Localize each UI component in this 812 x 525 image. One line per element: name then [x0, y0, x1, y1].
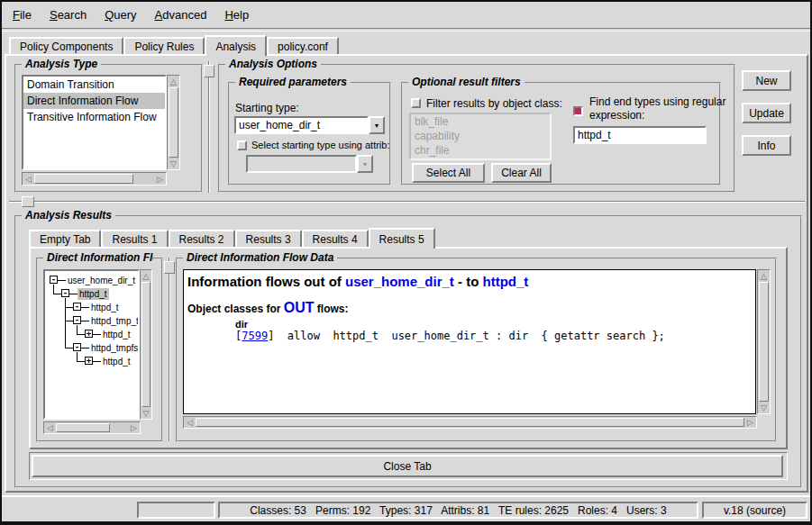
scroll-down-icon[interactable]: ▽ — [168, 158, 179, 169]
regex-input[interactable]: httpd_t — [573, 126, 707, 144]
info-button-label: Info — [757, 140, 775, 152]
rule-number-link[interactable]: 7599 — [242, 330, 268, 342]
starting-type-value[interactable]: user_home_dir_t — [234, 116, 369, 134]
scroll-left-icon[interactable]: ◁ — [184, 417, 196, 428]
analysis-type-item-domain-transition[interactable]: Domain Transition — [23, 77, 165, 93]
tab-label: policy.conf — [278, 41, 328, 53]
starting-type-combobox[interactable]: user_home_dir_t ▼ — [234, 116, 385, 134]
classes-prefix: Object classes for — [187, 303, 284, 315]
analysis-type-vscrollbar[interactable]: △ ▽ — [167, 75, 180, 170]
regex-checkbox[interactable] — [573, 106, 583, 116]
close-tab-button[interactable]: Close Tab — [32, 455, 783, 477]
scrollbar-thumb[interactable] — [169, 87, 178, 158]
dropdown-arrow-icon[interactable]: ▼ — [369, 116, 385, 134]
tree-node-user-home-dir-t[interactable]: user_home_dir_t — [66, 275, 137, 286]
scrollbar-thumb[interactable] — [759, 282, 769, 402]
tree-node-httpd-t[interactable]: httpd_t — [89, 302, 121, 313]
tree-toggle-icon[interactable]: - — [73, 316, 81, 324]
scroll-down-icon[interactable]: ▽ — [758, 402, 770, 413]
tree-connector — [77, 334, 85, 335]
tree-connector — [81, 321, 89, 321]
regex-label-line2: expression: — [589, 109, 725, 122]
tab-results-3[interactable]: Results 3 — [235, 230, 302, 247]
menu-help[interactable]: Help — [224, 8, 249, 22]
menu-search[interactable]: Search — [50, 8, 87, 22]
flow-tree-hscrollbar[interactable]: ◁ ▷ — [43, 421, 141, 434]
tab-label: Results 5 — [379, 233, 424, 246]
tree-toggle-icon[interactable]: - — [73, 343, 81, 351]
scroll-up-icon[interactable]: △ — [168, 76, 179, 87]
scroll-right-icon[interactable]: ▷ — [744, 417, 756, 428]
scroll-down-icon[interactable]: ▽ — [141, 407, 151, 419]
filter-object-class-checkbox[interactable] — [411, 98, 421, 108]
menu-file[interactable]: File — [13, 8, 32, 22]
analysis-options-title: Analysis Options — [225, 58, 321, 70]
tab-results-2[interactable]: Results 2 — [169, 230, 235, 247]
tab-results-4[interactable]: Results 4 — [302, 230, 369, 247]
flow-data-text[interactable]: Information flows out of user_home_dir_t… — [183, 269, 756, 414]
heading-to: to — [466, 274, 482, 289]
scrollbar-thumb[interactable] — [34, 174, 133, 184]
select-all-label: Select All — [426, 167, 470, 179]
analysis-type-hscrollbar[interactable]: ◁ ▷ — [22, 172, 167, 186]
scroll-right-icon[interactable]: ▷ — [154, 173, 166, 185]
scroll-up-icon[interactable]: △ — [758, 270, 770, 282]
tree-connector — [77, 361, 85, 362]
info-button[interactable]: Info — [742, 135, 791, 156]
tree-toggle-icon[interactable]: - — [61, 289, 69, 297]
object-class-item: chr_file — [411, 143, 550, 158]
tree-toggle-icon[interactable]: + — [85, 357, 93, 365]
analysis-type-item-direct-information-flow[interactable]: Direct Information Flow — [23, 93, 165, 109]
tab-empty-tab[interactable]: Empty Tab — [29, 230, 101, 247]
scroll-up-icon[interactable]: △ — [141, 270, 151, 282]
tree-node-httpd-tmp-t[interactable]: httpd_tmp_t — [89, 315, 140, 327]
analysis-type-listbox[interactable]: Domain Transition Direct Information Flo… — [22, 75, 167, 170]
starting-type-label: Starting type: — [235, 102, 299, 114]
menu-advanced[interactable]: Advanced — [155, 8, 207, 22]
clear-all-label: Clear All — [501, 167, 542, 179]
sash-handle[interactable] — [164, 261, 175, 274]
tab-label: Results 4 — [313, 233, 358, 246]
flow-tree-vscrollbar[interactable]: △ ▽ — [140, 269, 152, 420]
tree-toggle-icon[interactable]: - — [73, 303, 81, 311]
tab-analysis[interactable]: Analysis — [205, 35, 267, 56]
scrollbar-thumb[interactable] — [141, 282, 151, 407]
tree-node-httpd-t[interactable]: httpd_t — [78, 288, 109, 300]
tab-results-1[interactable]: Results 1 — [101, 230, 168, 247]
scroll-right-icon[interactable]: ▷ — [128, 422, 140, 433]
new-button-label: New — [755, 75, 777, 87]
attrib-checkbox[interactable] — [237, 140, 247, 150]
flow-direction: OUT — [284, 300, 315, 315]
vertical-sash[interactable] — [169, 258, 170, 441]
tree-node-httpd-t[interactable]: httpd_t — [101, 329, 132, 340]
flow-data-vscrollbar[interactable]: △ ▽ — [757, 269, 771, 414]
tab-policy-conf[interactable]: policy.conf — [267, 37, 339, 54]
update-button-label: Update — [749, 107, 784, 120]
tree-toggle-icon[interactable]: + — [85, 330, 93, 338]
flow-data-hscrollbar[interactable]: ◁ ▷ — [183, 416, 757, 429]
sash-handle[interactable] — [22, 196, 34, 207]
tab-policy-rules[interactable]: Policy Rules — [123, 37, 205, 54]
scrollbar-thumb[interactable] — [196, 418, 744, 427]
tree-node-httpd-tmpfs-t[interactable]: httpd_tmpfs_ — [89, 342, 140, 354]
scrollbar-thumb[interactable] — [56, 423, 110, 432]
scroll-left-icon[interactable]: ◁ — [44, 422, 56, 433]
select-all-button[interactable]: Select All — [412, 163, 485, 183]
horizontal-sash[interactable] — [9, 201, 805, 203]
menu-query[interactable]: Query — [105, 8, 136, 22]
vertical-sash[interactable] — [208, 61, 210, 193]
attrib-combobox: ▼ — [246, 155, 373, 173]
tree-node-httpd-t[interactable]: httpd_t — [101, 356, 132, 367]
tab-results-5[interactable]: Results 5 — [369, 228, 435, 249]
sash-handle[interactable] — [204, 65, 214, 77]
new-button[interactable]: New — [742, 70, 791, 91]
tree-toggle-icon[interactable]: - — [50, 276, 58, 284]
flow-tree[interactable]: - - - - + - + user_home_dir_t httpd_t ht… — [43, 269, 140, 420]
clear-all-button[interactable]: Clear All — [491, 163, 552, 183]
scroll-left-icon[interactable]: ◁ — [23, 173, 34, 185]
apol-window: File Search Query Advanced Help Policy C… — [0, 0, 812, 525]
analysis-type-item-transitive-information-flow[interactable]: Transitive Information Flow — [23, 109, 165, 125]
tab-policy-components[interactable]: Policy Components — [9, 37, 123, 54]
rule-line: [7599] allow httpd_t user_home_dir_t : d… — [235, 330, 752, 342]
update-button[interactable]: Update — [742, 103, 791, 123]
